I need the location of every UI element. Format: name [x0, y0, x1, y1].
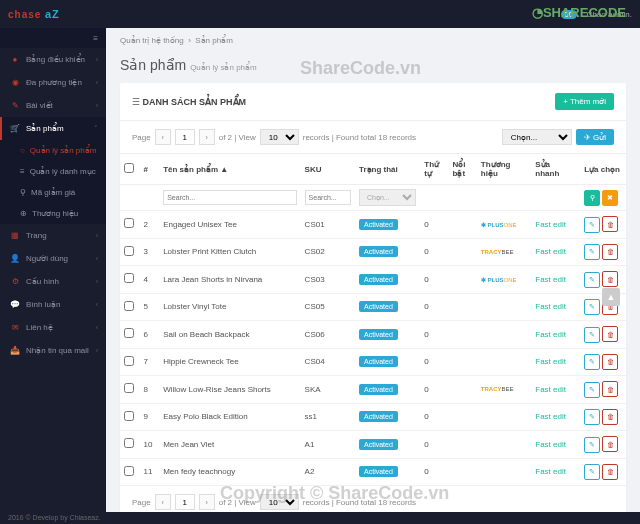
fast-edit-link[interactable]: Fast edit: [535, 385, 566, 394]
fast-edit-link[interactable]: Fast edit: [535, 220, 566, 229]
view-select-bottom[interactable]: 10: [260, 494, 299, 510]
footer: 2016 © Develop by Chiaseaz.: [0, 512, 640, 524]
delete-button[interactable]: 🗑: [602, 464, 618, 480]
table-row: 9Easy Polo Black Editionss1Activated0Fas…: [120, 403, 626, 431]
fast-edit-link[interactable]: Fast edit: [535, 357, 566, 366]
delete-button[interactable]: 🗑: [602, 409, 618, 425]
nav-sub-item[interactable]: ≡Quản lý danh mục: [0, 161, 106, 182]
delete-button[interactable]: 🗑: [602, 244, 618, 260]
pager-next[interactable]: ›: [199, 129, 215, 145]
status-badge[interactable]: Activated: [359, 274, 398, 285]
row-checkbox[interactable]: [124, 328, 134, 338]
edit-button[interactable]: ✎: [584, 382, 600, 398]
pager-page-input[interactable]: [175, 129, 195, 145]
panel-title: DANH SÁCH SẢN PHẨM: [143, 97, 247, 107]
edit-button[interactable]: ✎: [584, 409, 600, 425]
filter-status[interactable]: Chọn...: [359, 189, 416, 206]
row-checkbox[interactable]: [124, 411, 134, 421]
edit-button[interactable]: ✎: [584, 272, 600, 288]
pager-prev[interactable]: ‹: [155, 129, 171, 145]
view-select[interactable]: 10: [260, 129, 299, 145]
nav-item[interactable]: 💬Bình luận‹: [0, 293, 106, 316]
fast-edit-link[interactable]: Fast edit: [535, 302, 566, 311]
pager-page-input-bottom[interactable]: [175, 494, 195, 510]
send-button[interactable]: ✈ Gửi: [576, 129, 614, 145]
nav-sub-item[interactable]: ○Quản lý sản phẩm: [0, 140, 106, 161]
nav-item[interactable]: 👤Người dùng‹: [0, 247, 106, 270]
add-button[interactable]: + Thêm mới: [555, 93, 614, 110]
row-checkbox[interactable]: [124, 383, 134, 393]
delete-button[interactable]: 🗑: [602, 326, 618, 342]
fast-edit-link[interactable]: Fast edit: [535, 247, 566, 256]
status-badge[interactable]: Activated: [359, 466, 398, 477]
pager-bottom: Page ‹ › of 2 | View 10 records | Found …: [120, 486, 626, 512]
fast-edit-link[interactable]: Fast edit: [535, 440, 566, 449]
scroll-top-button[interactable]: ▲: [602, 288, 620, 306]
row-checkbox[interactable]: [124, 273, 134, 283]
table-row: 4Lara Jean Shorts in NirvanaCS03Activate…: [120, 266, 626, 294]
edit-button[interactable]: ✎: [584, 217, 600, 233]
product-table: # Tên sản phẩm ▲ SKU Trạng thái Thứ tự N…: [120, 153, 626, 486]
table-row: 6Sail on Beach BackpackCS06Activated0Fas…: [120, 321, 626, 349]
select-all[interactable]: [124, 163, 134, 173]
sharecode-logo: ◔SHARECODE: [532, 5, 626, 20]
nav-item[interactable]: ●Bảng điều khiển‹: [0, 48, 106, 71]
edit-button[interactable]: ✎: [584, 464, 600, 480]
edit-button[interactable]: ✎: [584, 327, 600, 343]
delete-button[interactable]: 🗑: [602, 216, 618, 232]
edit-button[interactable]: ✎: [584, 437, 600, 453]
status-badge[interactable]: Activated: [359, 219, 398, 230]
delete-button[interactable]: 🗑: [602, 436, 618, 452]
fast-edit-link[interactable]: Fast edit: [535, 467, 566, 476]
filter-search-button[interactable]: ⚲: [584, 190, 600, 206]
delete-button[interactable]: 🗑: [602, 381, 618, 397]
edit-button[interactable]: ✎: [584, 244, 600, 260]
delete-button[interactable]: 🗑: [602, 354, 618, 370]
pager-prev-bottom[interactable]: ‹: [155, 494, 171, 510]
page-title: Sản phẩm Quản lý sản phẩm: [106, 53, 640, 83]
sidebar-toggle[interactable]: ≡: [0, 28, 106, 48]
table-row: 8Willow Low-Rise Jeans ShortsSKAActivate…: [120, 376, 626, 404]
nav-item[interactable]: ▦Trang‹: [0, 224, 106, 247]
status-badge[interactable]: Activated: [359, 384, 398, 395]
row-checkbox[interactable]: [124, 301, 134, 311]
edit-button[interactable]: ✎: [584, 354, 600, 370]
pager-next-bottom[interactable]: ›: [199, 494, 215, 510]
nav-item[interactable]: 🛒Sản phẩm˅: [0, 117, 106, 140]
status-badge[interactable]: Activated: [359, 246, 398, 257]
status-badge[interactable]: Activated: [359, 439, 398, 450]
row-checkbox[interactable]: [124, 218, 134, 228]
logo: chase aZ: [8, 8, 60, 20]
filter-reset-button[interactable]: ✖: [602, 190, 618, 206]
nav-item[interactable]: ✎Bài viết‹: [0, 94, 106, 117]
filter-name[interactable]: [163, 190, 296, 205]
bulk-select[interactable]: Chọn...: [502, 129, 572, 145]
status-badge[interactable]: Activated: [359, 329, 398, 340]
row-checkbox[interactable]: [124, 246, 134, 256]
row-checkbox[interactable]: [124, 438, 134, 448]
row-checkbox[interactable]: [124, 466, 134, 476]
nav-item[interactable]: 📥Nhận tin qua mail‹: [0, 339, 106, 362]
table-row: 11Men fedy teachnogyA2Activated0Fast edi…: [120, 458, 626, 486]
fast-edit-link[interactable]: Fast edit: [535, 412, 566, 421]
fast-edit-link[interactable]: Fast edit: [535, 275, 566, 284]
table-row: 5Lobster Vinyl ToteCS05Activated0Fast ed…: [120, 293, 626, 321]
status-badge[interactable]: Activated: [359, 411, 398, 422]
table-row: 10Men Jean VietA1Activated0Fast edit✎ 🗑: [120, 431, 626, 459]
nav-sub-item[interactable]: ⊕Thương hiệu: [0, 203, 106, 224]
pager-top: Page ‹ › of 2 | View 10 records | Found …: [120, 121, 626, 153]
nav-item[interactable]: ⚙Cấu hình‹: [0, 270, 106, 293]
row-checkbox[interactable]: [124, 356, 134, 366]
status-badge[interactable]: Activated: [359, 356, 398, 367]
panel: ☰ DANH SÁCH SẢN PHẨM + Thêm mới Page ‹ ›…: [120, 83, 626, 512]
edit-button[interactable]: ✎: [584, 299, 600, 315]
delete-button[interactable]: 🗑: [602, 271, 618, 287]
main-content: Quản trị hệ thống › Sản phẩm Sản phẩm Qu…: [106, 28, 640, 512]
nav-item[interactable]: ✉Liên hệ‹: [0, 316, 106, 339]
filter-sku[interactable]: [305, 190, 351, 205]
fast-edit-link[interactable]: Fast edit: [535, 330, 566, 339]
nav-item[interactable]: ◉Đa phương tiện‹: [0, 71, 106, 94]
nav-sub-item[interactable]: ⚲Mã giảm giá: [0, 182, 106, 203]
status-badge[interactable]: Activated: [359, 301, 398, 312]
list-icon: ☰: [132, 97, 143, 107]
